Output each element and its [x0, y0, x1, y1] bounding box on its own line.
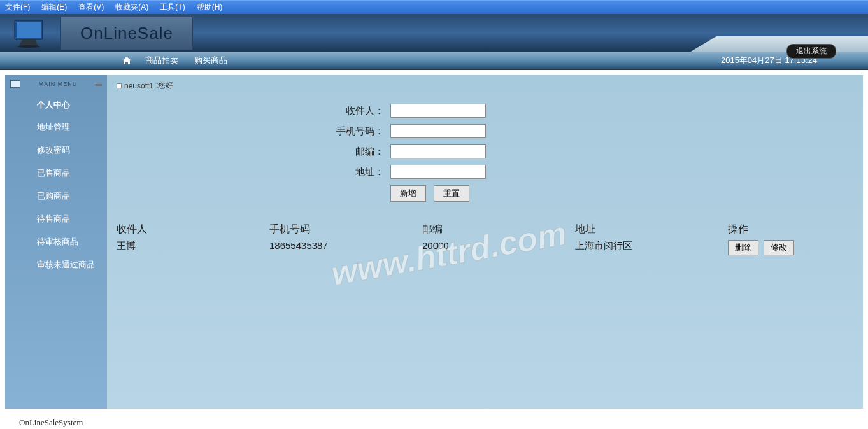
td-address: 上海市闵行区 — [575, 240, 728, 255]
input-address[interactable] — [390, 165, 486, 179]
td-phone: 18655435387 — [269, 240, 422, 255]
menu-file[interactable]: 文件(F) — [5, 2, 30, 13]
th-address: 地址 — [575, 223, 728, 236]
app-title-box: OnLineSale — [60, 17, 193, 50]
label-address: 地址： — [333, 166, 384, 178]
menu-lines-icon — [96, 83, 102, 86]
delete-button[interactable]: 删除 — [728, 240, 758, 255]
reset-button[interactable]: 重置 — [434, 185, 469, 202]
label-recipient: 收件人： — [333, 105, 384, 117]
td-actions: 删除 修改 — [728, 240, 853, 255]
monitor-icon — [0, 14, 57, 52]
label-zipcode: 邮编： — [333, 146, 384, 158]
table-row: 王博 18655435387 20000 上海市闵行区 删除 修改 — [117, 238, 853, 257]
sidebar: MAIN MENU 个人中心 地址管理 修改密码 已售商品 已购商品 待售商品 … — [5, 75, 107, 409]
add-button[interactable]: 新增 — [390, 185, 426, 202]
browser-menu-bar: 文件(F) 编辑(E) 查看(V) 收藏夹(A) 工具(T) 帮助(H) — [0, 0, 868, 14]
user-greeting: neusoft1:您好 — [117, 80, 853, 91]
sidebar-header: 个人中心 — [5, 90, 107, 116]
header-stripe — [690, 36, 868, 52]
menu-help[interactable]: 帮助(H) — [197, 2, 223, 13]
th-zipcode: 邮编 — [422, 223, 575, 236]
sidebar-item-password[interactable]: 修改密码 — [5, 139, 107, 162]
address-form: 收件人： 手机号码： 邮编： 地址： 新增 重置 — [333, 104, 853, 202]
greeting-suffix: :您好 — [156, 80, 173, 91]
input-phone[interactable] — [390, 124, 486, 138]
menu-view[interactable]: 查看(V) — [78, 2, 104, 13]
th-actions: 操作 — [728, 223, 853, 236]
th-recipient: 收件人 — [117, 223, 269, 236]
sidebar-item-forsale[interactable]: 待售商品 — [5, 207, 107, 230]
svg-point-2 — [17, 45, 40, 48]
address-table: 收件人 手机号码 邮编 地址 操作 王博 18655435387 20000 上… — [117, 221, 853, 257]
main-area: MAIN MENU 个人中心 地址管理 修改密码 已售商品 已购商品 待售商品 … — [0, 70, 868, 414]
window-icon — [10, 80, 20, 88]
content-area: neusoft1:您好 收件人： 手机号码： 邮编： 地址： 新增 重置 — [107, 75, 863, 409]
sidebar-item-pending[interactable]: 待审核商品 — [5, 230, 107, 253]
menu-edit[interactable]: 编辑(E) — [41, 2, 67, 13]
app-title: OnLineSale — [80, 24, 173, 43]
sidebar-item-rejected[interactable]: 审核未通过商品 — [5, 253, 107, 276]
input-recipient[interactable] — [390, 104, 486, 118]
nav-bar: 商品拍卖 购买商品 2015年04月27日 17:13:24 — [0, 52, 868, 70]
greeting-user: neusoft1 — [124, 81, 153, 90]
footer: OnLineSaleSystem — [0, 414, 868, 429]
label-phone: 手机号码： — [333, 125, 384, 137]
th-phone: 手机号码 — [269, 223, 422, 236]
menu-favorites[interactable]: 收藏夹(A) — [115, 2, 148, 13]
header: OnLineSale 退出系统 — [0, 14, 868, 52]
sidebar-top: MAIN MENU — [5, 78, 107, 90]
input-zipcode[interactable] — [390, 144, 486, 158]
td-recipient: 王博 — [117, 240, 269, 255]
main-menu-label: MAIN MENU — [39, 81, 78, 87]
sidebar-item-sold[interactable]: 已售商品 — [5, 162, 107, 185]
nav-buy[interactable]: 购买商品 — [194, 55, 227, 66]
user-dot-icon — [117, 83, 122, 88]
menu-tools[interactable]: 工具(T) — [160, 2, 185, 13]
nav-auction[interactable]: 商品拍卖 — [145, 55, 178, 66]
edit-button[interactable]: 修改 — [764, 240, 794, 255]
sidebar-item-bought[interactable]: 已购商品 — [5, 185, 107, 207]
home-icon[interactable] — [121, 55, 132, 66]
td-zipcode: 20000 — [422, 240, 575, 255]
sidebar-item-address[interactable]: 地址管理 — [5, 116, 107, 139]
exit-system-button[interactable]: 退出系统 — [786, 44, 836, 59]
table-header-row: 收件人 手机号码 邮编 地址 操作 — [117, 221, 853, 238]
svg-rect-1 — [17, 22, 41, 38]
logo-area: OnLineSale — [0, 14, 193, 52]
